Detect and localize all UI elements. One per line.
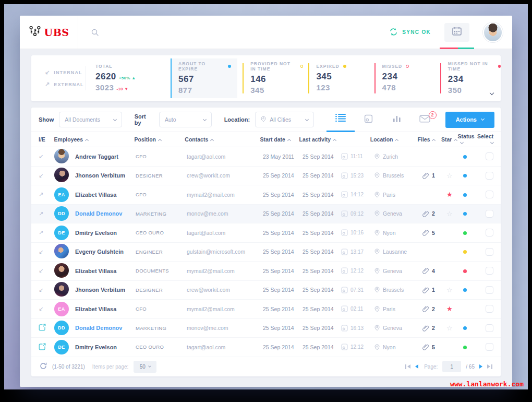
column-header-files[interactable]: Files: [418, 136, 441, 143]
page-background: UBS SYNC OK: [4, 4, 528, 389]
row-checkbox[interactable]: [486, 267, 493, 275]
column-header-position[interactable]: Position: [135, 136, 185, 143]
internal-arrow-icon: ↙: [39, 249, 43, 255]
position: MARKETING: [136, 211, 187, 217]
table-row[interactable]: ↗DEDmitry EvelsonCEO OUROtagart@aol.com2…: [31, 223, 501, 243]
view-tab-list[interactable]: [327, 108, 355, 132]
stat-card-expired[interactable]: EXPIRED345123: [308, 63, 369, 93]
per-page-select[interactable]: 50: [134, 361, 156, 373]
view-tab-mail[interactable]: 2: [411, 108, 439, 132]
stats-expand-chevron-icon[interactable]: [490, 87, 493, 97]
next-page-button[interactable]: [479, 364, 482, 369]
paperclip-icon: [422, 210, 429, 217]
star-icon[interactable]: ★: [446, 191, 453, 198]
table-row[interactable]: ↗EAElizabet VillasaCFOmymail2@mail.com25…: [31, 185, 501, 205]
stat-card-provided-not-in-time[interactable]: PROVIDED NOT IN TIME146345: [243, 63, 303, 93]
row-checkbox[interactable]: [486, 248, 493, 256]
stat-card-about-to-expire[interactable]: ABOUT TO EXPIRE567877: [171, 58, 237, 98]
total-external-value: 3023: [95, 83, 114, 92]
view-tab-chart[interactable]: [383, 108, 411, 132]
contact-email: tagart@aol.com: [187, 230, 263, 236]
page-number-input[interactable]: [442, 361, 461, 372]
row-checkbox[interactable]: [486, 229, 493, 237]
calendar-button[interactable]: [444, 23, 469, 42]
pin-icon: [374, 287, 380, 293]
table-row[interactable]: ↙Andrew TaggartCFOtagart@aol.com23 May 2…: [31, 147, 501, 167]
status-dot-icon: [498, 65, 501, 68]
sync-refresh-icon[interactable]: [389, 28, 398, 37]
stat-card-missed[interactable]: MISSED234478: [374, 63, 435, 93]
avatar: DE: [54, 226, 69, 240]
row-checkbox[interactable]: [486, 191, 493, 198]
avatar: EA: [54, 187, 69, 202]
search-icon[interactable]: [91, 28, 99, 37]
refresh-icon[interactable]: [40, 362, 47, 371]
table-row[interactable]: DDDonald DemonovMARKETINGmonov@me.com25 …: [31, 319, 501, 338]
table-row[interactable]: ↙Jhonson VerbitumDESIGNERcrew@workit.com…: [31, 167, 501, 186]
row-checkbox[interactable]: [486, 324, 493, 332]
table-row[interactable]: ↙EAElizabet VillasaCFOmymail2@mail.com25…: [31, 300, 501, 319]
status-cell: [463, 268, 483, 274]
last-page-button[interactable]: [487, 364, 492, 369]
star-icon[interactable]: ☆: [446, 286, 453, 294]
status-cell: [463, 249, 483, 255]
last-activity-time: 11:11: [341, 153, 374, 160]
column-header-employees[interactable]: Employees: [54, 136, 135, 143]
star-icon[interactable]: ☆: [446, 210, 453, 218]
column-header-star[interactable]: Star: [441, 136, 458, 143]
position: DESIGNER: [136, 173, 187, 179]
user-avatar[interactable]: [483, 22, 503, 42]
column-header-location[interactable]: Location: [370, 136, 418, 143]
table-row[interactable]: ↙Elizabet VillasaDOCUMENTSmymail2@mail.c…: [31, 262, 501, 281]
pin-icon: [374, 172, 380, 179]
table-row[interactable]: ↙Evgeny GulshteinENGINEERgulstain@micros…: [31, 243, 501, 262]
star-icon[interactable]: ★: [446, 305, 453, 313]
external-arrow-icon: ↗: [39, 191, 43, 197]
last-activity-date: 25 Sep 2014: [303, 249, 341, 255]
first-page-button[interactable]: [405, 364, 410, 369]
location: Paris: [374, 306, 422, 312]
view-tab-cards[interactable]: [355, 108, 383, 132]
column-header-start-date[interactable]: Start date: [260, 136, 299, 143]
column-header-select[interactable]: Select: [477, 133, 493, 146]
column-header-status[interactable]: Status: [458, 133, 478, 146]
table-row[interactable]: ↙Jhonson VerbitumDESIGNERcrew@workit.com…: [31, 281, 501, 300]
location-select[interactable]: All Cities: [255, 112, 313, 127]
start-date: 25 Sep 2014: [263, 172, 303, 179]
row-checkbox[interactable]: [486, 210, 493, 218]
table-row[interactable]: DEDmitry EvelsonCEO OUROtagart@aol.com25…: [31, 338, 501, 357]
table-row[interactable]: ↗DDDonald DemonovMARKETINGmonov@me.com25…: [31, 205, 501, 224]
calendar-tab[interactable]: [439, 16, 475, 49]
sort-label: Sort by: [135, 113, 154, 126]
column-header-contacts[interactable]: Contacts: [185, 136, 260, 143]
last-activity-time: 14:12: [341, 191, 374, 198]
stat-value-secondary: 345: [250, 85, 303, 96]
last-activity-time: 12:12: [341, 267, 374, 274]
paperclip-icon: [422, 267, 429, 274]
last-activity-time: 02:11: [341, 305, 374, 312]
actions-button[interactable]: Actions: [445, 112, 494, 128]
time-icon: [341, 325, 348, 332]
row-checkbox[interactable]: [486, 286, 493, 294]
location: Geneva: [374, 210, 422, 217]
prev-page-button[interactable]: [415, 364, 418, 369]
avatar: [54, 168, 69, 182]
last-activity-date: 25 Sep 2014: [303, 344, 341, 350]
row-checkbox[interactable]: [486, 172, 493, 180]
employee-name: Elizabet Villasa: [75, 268, 136, 274]
last-activity-time: 10:16: [341, 229, 374, 236]
star-icon[interactable]: ☆: [446, 172, 453, 180]
view-toggle-group: 2: [327, 108, 439, 132]
stat-label: MISSED: [382, 64, 403, 69]
show-select[interactable]: All Documents: [59, 112, 122, 127]
row-checkbox[interactable]: [486, 305, 493, 313]
row-checkbox[interactable]: [486, 343, 493, 351]
stat-value-primary: 234: [382, 71, 435, 82]
chevron-down-icon: [113, 117, 117, 121]
status-cell: [463, 172, 483, 179]
position: DESIGNER: [136, 287, 187, 293]
column-header-last-activity[interactable]: Last activity: [299, 136, 370, 143]
row-checkbox[interactable]: [486, 152, 493, 160]
sort-select[interactable]: Auto: [159, 112, 212, 127]
star-icon[interactable]: ☆: [446, 324, 453, 332]
